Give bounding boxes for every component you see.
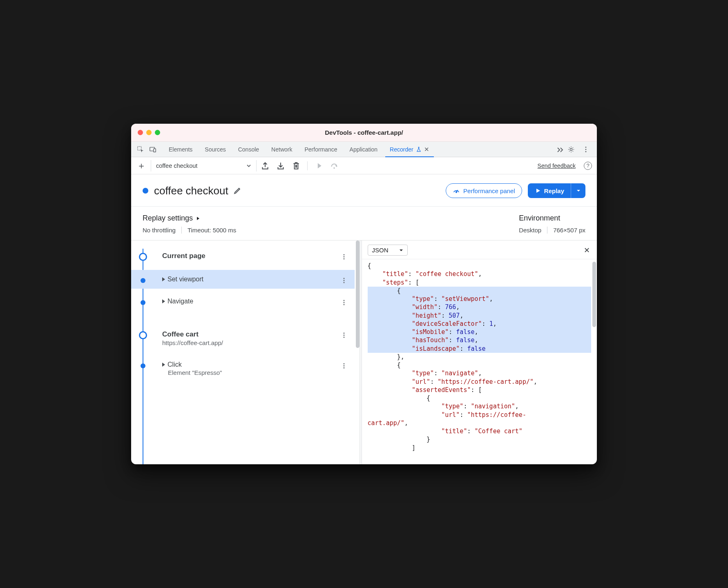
scrollbar[interactable]: [356, 241, 360, 348]
timeout-value: Timeout: 5000 ms: [181, 227, 237, 234]
close-window-button[interactable]: [138, 130, 143, 135]
step-menu-icon[interactable]: [341, 277, 347, 284]
send-feedback-link[interactable]: Send feedback: [538, 163, 576, 169]
minimize-window-button[interactable]: [146, 130, 152, 135]
devtools-tabstrip: Elements Sources Console Network Perform…: [131, 142, 597, 157]
replay-button[interactable]: Replay: [528, 183, 571, 198]
settings-gear-icon[interactable]: [566, 144, 576, 155]
settings-row: Replay settings No throttling Timeout: 5…: [131, 207, 597, 241]
close-tab-icon[interactable]: ✕: [424, 146, 429, 153]
titlebar: DevTools - coffee-cart.app/: [131, 124, 597, 142]
recording-header: coffee checkout Performance panel Replay: [131, 174, 597, 207]
tabs-container: Elements Sources Console Network Perform…: [163, 142, 552, 157]
traffic-lights: [138, 130, 160, 135]
svg-point-8: [456, 192, 457, 193]
tab-console[interactable]: Console: [232, 142, 265, 157]
tab-recorder[interactable]: Recorder ✕: [384, 142, 435, 157]
svg-point-11: [343, 258, 344, 260]
kebab-menu-icon[interactable]: [581, 144, 591, 155]
recorder-toolbar: ＋ coffee checkout: [131, 157, 597, 174]
recording-select[interactable]: coffee checkout: [151, 160, 257, 172]
recording-select-label: coffee checkout: [156, 163, 197, 169]
recording-status-dot: [143, 188, 148, 194]
export-icon[interactable]: [261, 161, 270, 170]
recorder-toolbar-actions: [261, 161, 339, 170]
inspect-icon[interactable]: [135, 144, 146, 155]
performance-panel-label: Performance panel: [463, 187, 515, 194]
tab-network[interactable]: Network: [266, 142, 298, 157]
replay-dropdown-button[interactable]: [571, 183, 585, 198]
more-tabs-icon[interactable]: [556, 145, 564, 154]
step-section-current-page[interactable]: Current page: [131, 246, 355, 266]
step-menu-icon[interactable]: [341, 332, 347, 339]
env-device: Desktop: [519, 227, 541, 234]
svg-point-7: [334, 167, 335, 169]
help-icon[interactable]: ?: [584, 162, 592, 170]
tab-application[interactable]: Application: [344, 142, 384, 157]
step-set-viewport[interactable]: Set viewport: [131, 270, 355, 289]
flask-icon: [416, 147, 422, 152]
step-click-espresso[interactable]: Click Element "Espresso": [131, 355, 355, 382]
step-over-icon[interactable]: [330, 161, 339, 170]
device-toggle-icon[interactable]: [147, 144, 158, 155]
step-menu-icon[interactable]: [341, 299, 347, 306]
json-code[interactable]: { "title": "coffee checkout", "steps": […: [362, 259, 597, 464]
svg-point-18: [343, 333, 344, 334]
replay-settings-heading[interactable]: Replay settings: [143, 214, 519, 223]
performance-panel-button[interactable]: Performance panel: [446, 183, 522, 198]
tab-performance[interactable]: Performance: [299, 142, 343, 157]
steps-pane: Current page Set viewport Navigate: [131, 241, 360, 464]
svg-point-20: [343, 337, 344, 338]
svg-point-10: [343, 256, 344, 258]
replay-button-label: Replay: [544, 187, 564, 194]
svg-point-9: [343, 254, 344, 256]
caret-right-icon: [162, 363, 165, 367]
export-format-label: JSON: [372, 247, 389, 254]
caret-right-icon: [162, 277, 165, 281]
svg-point-22: [343, 365, 344, 367]
svg-point-19: [343, 335, 344, 336]
svg-rect-2: [154, 149, 156, 152]
svg-point-3: [570, 148, 572, 150]
tab-elements[interactable]: Elements: [163, 142, 198, 157]
import-icon[interactable]: [276, 161, 285, 170]
caret-right-icon: [162, 299, 165, 303]
step-forward-icon[interactable]: [314, 161, 323, 170]
code-pane: JSON ✕ { "title": "coffee checkout", "st…: [362, 241, 597, 464]
maximize-window-button[interactable]: [155, 130, 160, 135]
svg-point-14: [343, 282, 344, 283]
step-menu-icon[interactable]: [341, 254, 347, 260]
svg-point-12: [343, 278, 344, 279]
svg-point-23: [343, 368, 344, 369]
caret-right-icon: [196, 216, 200, 220]
step-menu-icon[interactable]: [341, 363, 347, 369]
svg-point-21: [343, 363, 344, 365]
tab-sources[interactable]: Sources: [199, 142, 231, 157]
devtools-window: DevTools - coffee-cart.app/ Elements Sou…: [131, 124, 597, 464]
delete-icon[interactable]: [292, 161, 301, 170]
svg-point-13: [343, 280, 344, 281]
svg-point-6: [585, 151, 587, 152]
svg-point-4: [585, 147, 587, 148]
step-section-coffee-cart[interactable]: Coffee cart https://coffee-cart.app/: [131, 325, 355, 352]
chevron-down-icon: [246, 163, 251, 168]
environment-heading: Environment: [519, 214, 585, 223]
recording-title: coffee checkout: [154, 185, 228, 197]
svg-point-17: [343, 304, 344, 305]
export-format-select[interactable]: JSON: [368, 245, 408, 256]
svg-point-16: [343, 302, 344, 303]
edit-title-icon[interactable]: [233, 187, 241, 195]
env-size: 766×507 px: [547, 227, 585, 234]
window-title: DevTools - coffee-cart.app/: [137, 129, 591, 136]
svg-point-15: [343, 300, 344, 301]
step-navigate[interactable]: Navigate: [131, 292, 355, 311]
throttling-value: No throttling: [143, 227, 176, 234]
main-split: Current page Set viewport Navigate: [131, 241, 597, 464]
svg-point-5: [585, 149, 587, 150]
code-pane-header: JSON ✕: [362, 241, 597, 259]
close-panel-icon[interactable]: ✕: [582, 246, 591, 255]
add-recording-button[interactable]: ＋: [136, 160, 147, 171]
scrollbar[interactable]: [592, 262, 596, 327]
